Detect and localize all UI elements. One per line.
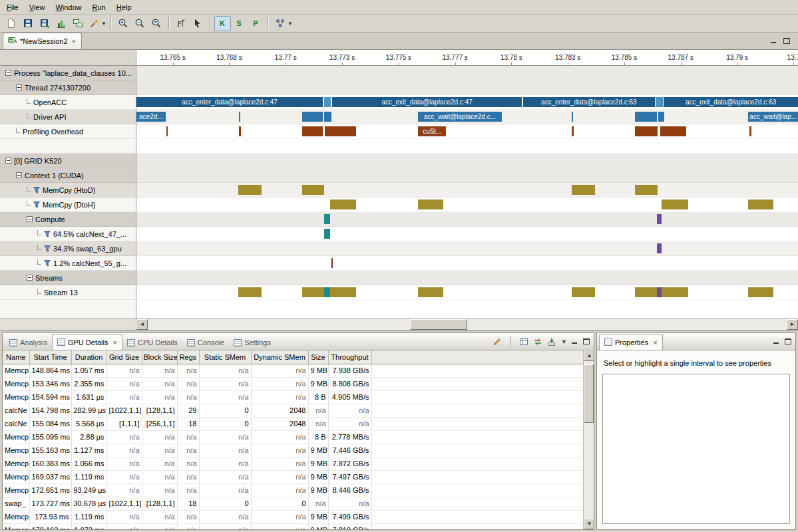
timeline-interval[interactable] [324,287,330,297]
timeline-row-label-0-grid-k520[interactable]: [0] GRID K520 [0,154,136,168]
timeline-horizontal-scrollbar[interactable]: ◄ ► [0,319,798,330]
timeline-interval[interactable] [238,287,262,297]
scrollbar-track[interactable] [148,319,787,330]
minimize-button[interactable] [572,338,578,344]
filter-icon[interactable] [33,201,40,208]
timeline-row-label-openacc[interactable]: OpenACC [0,95,136,110]
timeline-interval[interactable] [749,126,751,136]
timeline-interval[interactable] [302,126,323,136]
timeline-interval[interactable] [660,126,686,136]
maximize-button[interactable] [785,338,791,344]
table-row[interactable]: Memcp155.163 ms1.127 msn/an/an/an/an/a9 … [3,444,584,457]
scroll-left-button[interactable]: ◄ [136,319,148,330]
column-header-name[interactable]: Name [3,350,29,364]
collapse-expander-icon[interactable] [5,158,11,164]
timeline-interval[interactable] [239,112,240,122]
collapse-expander-icon[interactable] [16,84,22,90]
table-row[interactable]: calcNe154.798 ms282.99 µs[1022,1,1][128,… [3,404,584,417]
filter-icon[interactable] [33,187,40,194]
timeline-row-label-thread-2741307200[interactable]: Thread 2741307200 [0,80,136,95]
menu-view[interactable]: View [24,1,51,13]
minimize-button[interactable] [773,338,780,344]
menu-file[interactable]: File [1,1,24,13]
scrollbar-thumb[interactable] [410,319,467,330]
menu-help[interactable]: Help [111,1,137,13]
column-header-regs[interactable]: Regs [177,350,199,364]
table-row[interactable]: Memcp148.864 ms1.057 msn/an/an/an/an/a9 … [3,364,584,377]
timeline-interval[interactable] [324,112,331,122]
collapse-expander-icon[interactable] [16,172,22,178]
timeline-interval[interactable] [657,287,662,297]
timeline-interval[interactable] [331,258,333,268]
timeline-interval[interactable] [239,126,240,136]
timeline-interval[interactable] [572,126,573,136]
table-row[interactable]: calcNe155.084 ms5.568 µs[1,1,1][256,1,1]… [3,417,584,430]
process-view-toggle[interactable]: P [248,16,264,31]
topology-view-button[interactable] [272,16,289,31]
topology-view-button-dropdown-icon[interactable]: ▼ [288,21,293,27]
timeline-interval[interactable] [324,97,331,107]
timeline-interval[interactable] [325,126,356,136]
timeline-interval[interactable] [635,185,658,195]
new-session-button[interactable] [3,16,19,31]
scrollbar-thumb[interactable] [584,364,594,423]
column-header-static-smem[interactable]: Static SMem [199,350,251,364]
timeline-row-label-1-2-calcnext-55-g[interactable]: 1.2% calcNext_55_g... [0,256,136,271]
timeline-interval[interactable] [657,214,662,224]
timeline-interval[interactable] [635,126,658,136]
timeline-interval[interactable] [572,287,595,297]
table-row[interactable]: Memcp160.383 ms1.066 msn/an/an/an/an/a9 … [3,457,584,470]
table-row[interactable]: Memcp169.037 ms1.119 msn/an/an/an/an/a9 … [3,470,584,483]
column-header-start-time[interactable]: Start Time [29,350,71,364]
timeline-interval[interactable] [635,112,657,122]
timeline-interval[interactable]: ace2d... [136,112,166,122]
timeline-row-label-memcpy-dtoh[interactable]: MemCpy (DtoH) [0,198,136,212]
compare-sessions-button[interactable] [69,16,86,31]
column-header-dynamic-smem[interactable]: Dynamic SMem [251,350,308,364]
save-session-button[interactable] [19,16,36,31]
column-header-grid-size[interactable]: Grid Size [106,350,142,364]
maximize-button[interactable] [783,38,790,44]
maximize-button[interactable] [583,338,590,344]
timeline-row-label-stream-13[interactable]: Stream 13 [0,285,136,300]
filter-icon[interactable] [44,245,51,252]
timeline-row-label-64-5-calcnext-47[interactable]: 64.5% calcNext_47_... [0,227,136,241]
filter-icon[interactable] [44,231,51,237]
tab-analysis[interactable]: Analysis [5,335,52,350]
kernel-view-toggle[interactable]: K [214,16,231,31]
column-header-size[interactable]: Size [308,350,328,364]
scroll-right-button[interactable]: ► [787,319,798,330]
table-row[interactable]: Memcp155.095 ms2.88 µsn/an/an/an/an/a8 B… [3,430,584,444]
close-tab-icon[interactable]: × [71,37,77,45]
timeline-interval[interactable] [656,97,662,107]
collapse-expander-icon[interactable] [27,275,33,281]
scroll-down-button[interactable]: ▼ [584,519,594,529]
table-row[interactable]: Memcp154.594 ms1.631 µsn/an/an/an/an/a8 … [3,390,584,404]
table-row[interactable]: swap_173.727 ms30.678 µs[1022,1,1][128,1… [3,497,584,510]
timeline-interval[interactable]: acc_wait@laplace2d.c... [418,112,501,122]
timeline-row-label-process-laplace-data-clauses-1[interactable]: Process "laplace_data_clauses 10... [0,66,136,80]
timeline-interval[interactable] [572,112,573,122]
session-tab[interactable]: *NewSession2 × [3,33,82,49]
timeline-interval[interactable] [302,185,325,195]
timeline-interval[interactable] [166,126,168,136]
timeline-interval[interactable] [418,287,443,297]
export-icon[interactable] [547,337,556,346]
column-header-block-size[interactable]: Block Size [142,350,177,364]
table-vertical-scrollbar[interactable]: ▲ ▼ [583,350,594,529]
collapse-expander-icon[interactable] [5,70,11,76]
timeline-interval[interactable] [662,200,688,209]
scroll-up-button[interactable]: ▲ [584,350,594,361]
view-menu-chevron-icon[interactable]: ▼ [561,338,567,345]
summary-table-icon[interactable] [519,337,528,346]
minimize-button[interactable] [771,38,777,44]
sync-icon[interactable] [533,337,542,346]
close-tab-icon[interactable]: × [651,338,657,346]
tab-console[interactable]: Console [182,335,229,350]
timeline-interval[interactable] [662,287,688,297]
timeline-row-label-34-3-swap-63-gpu[interactable]: 34.3% swap_63_gpu [0,241,136,256]
table-row[interactable]: Memcp153.346 ms2.355 msn/an/an/an/an/a9 … [3,377,584,390]
filter-icon[interactable] [44,260,51,267]
timeline-interval[interactable] [302,112,323,122]
table-row[interactable]: Memcp172.651 ms93.249 µsn/an/an/an/an/a9… [3,483,584,497]
